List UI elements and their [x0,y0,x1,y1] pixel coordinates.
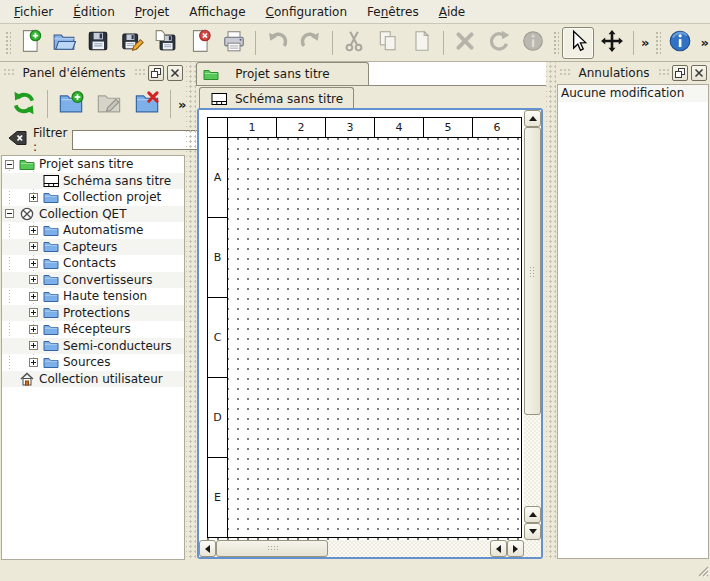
splitter[interactable] [186,62,196,560]
about-button[interactable] [664,27,696,59]
expand-icon[interactable] [29,226,38,235]
menu-item-projet[interactable]: Projet [125,2,179,22]
about-icon [668,29,692,56]
tree-item-collection-qet[interactable]: Collection QET [2,206,184,223]
tree-item-sources[interactable]: Sources [2,354,184,371]
undo-list-item[interactable]: Aucune modification [558,85,708,102]
tab-project[interactable]: Projet sans titre [196,62,369,85]
rotate-button [483,27,515,59]
tree-item-recepteurs[interactable]: Récepteurs [2,321,184,338]
save-as-button[interactable] [116,27,148,59]
expand-icon[interactable] [29,358,38,367]
tree-item-protections[interactable]: Protections [2,305,184,322]
tree-item-label: Haute tension [60,289,147,303]
expand-icon[interactable] [29,193,38,202]
expand-icon[interactable] [29,325,38,334]
horizontal-scrollbar [199,540,524,557]
schema-icon [42,174,60,188]
folder-icon [42,273,60,286]
move-view-button[interactable] [596,27,628,59]
scroll-up-button[interactable] [524,110,541,127]
qet-icon [18,207,36,221]
delete-icon [453,29,477,56]
expand-icon[interactable] [29,242,38,251]
expand-icon[interactable] [29,341,38,350]
scroll-track[interactable] [328,540,490,557]
save-all-icon [154,29,178,56]
overflow-chevron[interactable]: » [638,35,652,50]
select-pointer-button[interactable] [562,27,594,59]
expand-icon[interactable] [29,308,38,317]
status-bar [0,560,710,581]
scroll-up-button-2[interactable] [524,506,541,523]
tree-item-capteurs[interactable]: Capteurs [2,239,184,256]
close-document-button[interactable] [184,27,216,59]
tree-item-haute-tension[interactable]: Haute tension [2,288,184,305]
schema-canvas[interactable]: 123456 ABCDE [199,110,524,540]
clear-filter-icon[interactable] [6,127,28,152]
save-all-button[interactable] [150,27,182,59]
schema-view: 123456 ABCDE [197,108,543,559]
collapse-icon[interactable] [5,209,14,218]
toolbar-handle[interactable] [4,30,11,56]
tree-item-projet-sans-titre[interactable]: Projet sans titre [2,156,184,173]
scroll-down-button[interactable] [524,523,541,540]
float-button[interactable] [672,65,688,81]
tree-item-convertisseurs[interactable]: Convertisseurs [2,272,184,289]
new-document-button[interactable] [14,27,46,59]
collapse-icon[interactable] [5,160,14,169]
expand-icon[interactable] [29,292,38,301]
menu-item-affichage[interactable]: Affichage [179,2,255,22]
mdi-area: Projet sans titre Schéma sans titre 1234… [196,62,546,560]
copy-icon [376,29,400,56]
menu-item-configuration[interactable]: Configuration [256,2,357,22]
float-button[interactable] [148,65,164,81]
new-category-button[interactable] [54,87,88,121]
tab-schema[interactable]: Schéma sans titre [199,87,354,109]
drawing-area[interactable] [228,138,522,538]
scroll-left-button-2[interactable] [490,540,507,557]
resize-grip[interactable] [696,564,709,580]
scroll-track[interactable] [524,415,541,506]
overflow-chevron[interactable]: » [697,35,710,50]
expand-icon[interactable] [29,259,38,268]
save-as-icon [120,29,144,56]
menu-item-fichier[interactable]: Fichier [4,2,63,22]
toolbar-handle[interactable] [552,30,559,56]
save-button[interactable] [82,27,114,59]
delete-category-button[interactable] [130,87,164,121]
move-view-icon [600,29,624,56]
home-icon [18,372,36,386]
refresh-button[interactable] [7,87,41,121]
tree-item-schema-sans-titre[interactable]: Schéma sans titre [2,173,184,190]
folder-icon [42,224,60,237]
open-document-button[interactable] [48,27,80,59]
vertical-scroll-thumb[interactable] [524,127,541,415]
column-header: 2 [277,118,326,138]
filter-label: Filtrer : [33,126,67,154]
menu-item-fenetres[interactable]: Fenêtres [357,2,429,22]
titlebar-texture [134,68,145,77]
undo-button [261,27,293,59]
close-button[interactable] [691,65,707,81]
tree-item-collection-projet[interactable]: Collection projet [2,189,184,206]
project-tabbar: Projet sans titre [196,62,546,86]
cut-button [338,27,370,59]
tree-item-collection-utilisateur[interactable]: Collection utilisateur [2,371,184,388]
expand-icon[interactable] [29,275,38,284]
scroll-right-button[interactable] [507,540,524,557]
tree-item-label: Contacts [60,256,116,270]
folder-icon [42,323,60,336]
tree-item-semi-conducteurs[interactable]: Semi-conducteurs [2,338,184,355]
toolbar-handle[interactable] [654,30,661,56]
close-button[interactable] [167,65,183,81]
tree-item-automatisme[interactable]: Automatisme [2,222,184,239]
scroll-left-button[interactable] [199,540,216,557]
elements-panel-title: Panel d'éléments [17,66,132,80]
print-button[interactable] [218,27,250,59]
tree-item-contacts[interactable]: Contacts [2,255,184,272]
splitter[interactable] [546,62,556,560]
menu-item-aide[interactable]: Aide [429,2,476,22]
menu-item-edition[interactable]: Édition [63,2,125,22]
horizontal-scroll-thumb[interactable] [216,540,328,557]
